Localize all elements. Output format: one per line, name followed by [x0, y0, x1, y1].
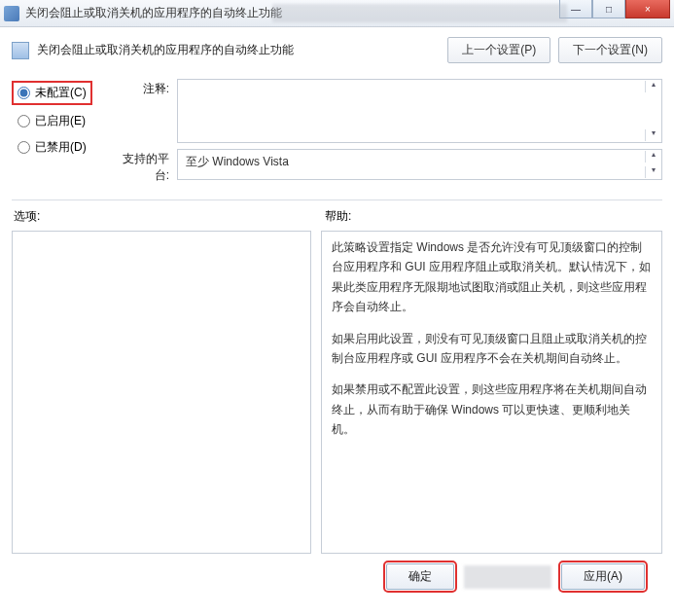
header-row: 关闭会阻止或取消关机的应用程序的自动终止功能 上一个设置(P) 下一个设置(N) [12, 37, 662, 63]
radio-enabled-label: 已启用(E) [35, 113, 86, 129]
radio-disabled-input[interactable] [18, 141, 30, 154]
close-button[interactable]: × [625, 0, 670, 18]
ok-button[interactable]: 确定 [386, 563, 454, 590]
supported-platform-box: 至少 Windows Vista ▴ ▾ [177, 149, 662, 180]
comment-scroll-down-icon[interactable]: ▾ [645, 129, 660, 141]
radio-not-configured-input[interactable] [18, 87, 30, 99]
help-text-3: 如果禁用或不配置此设置，则这些应用程序将在关机期间自动终止，从而有助于确保 Wi… [332, 380, 652, 439]
radio-disabled-label: 已禁用(D) [35, 139, 87, 156]
radio-not-configured[interactable]: 未配置(C) [12, 81, 92, 105]
platform-scroll-down-icon[interactable]: ▾ [645, 166, 660, 178]
comment-textarea[interactable]: ▴ ▾ [177, 79, 662, 143]
separator [12, 199, 662, 200]
titlebar: 关闭会阻止或取消关机的应用程序的自动终止功能 — □ × [0, 0, 674, 27]
help-text-2: 如果启用此设置，则没有可见顶级窗口且阻止或取消关机的控制台应用程序或 GUI 应… [332, 329, 652, 369]
dialog-footer: 确定 应用(A) [12, 554, 662, 590]
help-text-1: 此策略设置指定 Windows 是否允许没有可见顶级窗口的控制台应用程序和 GU… [332, 237, 652, 317]
comment-label: 注释: [113, 79, 177, 143]
platform-value: 至少 Windows Vista [186, 155, 289, 168]
next-setting-button[interactable]: 下一个设置(N) [558, 37, 662, 63]
apply-button[interactable]: 应用(A) [561, 563, 645, 590]
radio-not-configured-label: 未配置(C) [35, 85, 87, 101]
policy-title: 关闭会阻止或取消关机的应用程序的自动终止功能 [37, 42, 440, 58]
platform-scroll-up-icon[interactable]: ▴ [645, 151, 660, 163]
comment-scroll-up-icon[interactable]: ▴ [645, 81, 660, 92]
window-controls: — □ × [559, 0, 670, 26]
options-pane [12, 231, 311, 554]
radio-enabled[interactable]: 已启用(E) [12, 111, 113, 131]
help-heading: 帮助: [321, 208, 662, 225]
blurred-button [464, 565, 551, 589]
options-heading: 选项: [12, 208, 321, 225]
help-pane: 此策略设置指定 Windows 是否允许没有可见顶级窗口的控制台应用程序和 GU… [321, 231, 662, 554]
radio-disabled[interactable]: 已禁用(D) [12, 137, 113, 158]
app-icon [4, 6, 19, 21]
prev-setting-button[interactable]: 上一个设置(P) [447, 37, 550, 63]
maximize-button[interactable]: □ [592, 0, 625, 18]
policy-icon [12, 42, 29, 59]
platform-label: 支持的平台: [113, 149, 177, 184]
blurred-region [272, 4, 567, 22]
radio-enabled-input[interactable] [18, 115, 30, 127]
